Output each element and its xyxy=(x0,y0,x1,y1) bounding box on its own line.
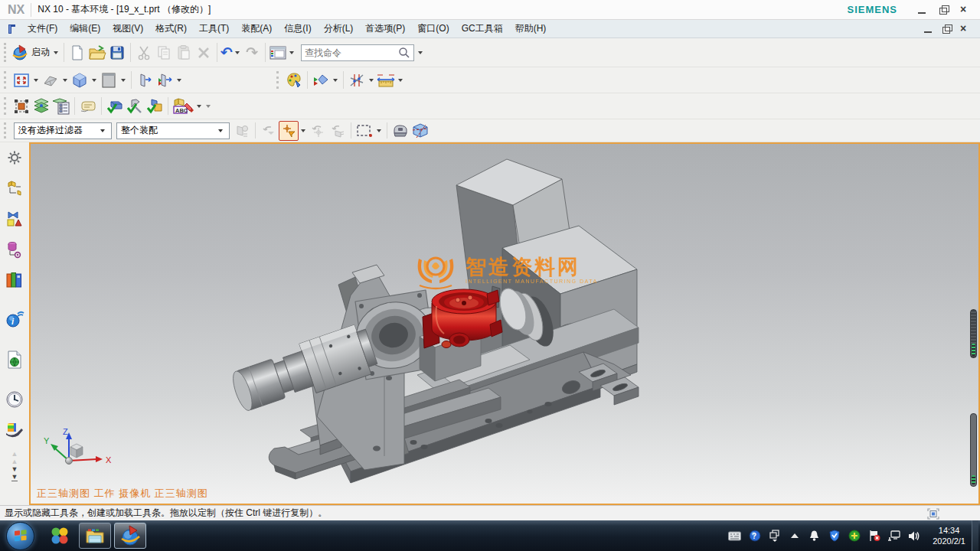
related-selection-button[interactable] xyxy=(328,121,348,141)
menu-tools[interactable]: 工具(T) xyxy=(193,21,235,37)
menu-gc-toolbox[interactable]: GC工具箱 xyxy=(456,21,509,37)
taskbar-clock[interactable]: 14:34 2020/2/1 xyxy=(933,525,965,546)
chevron-down-icon[interactable] xyxy=(177,79,181,82)
volume-speaker-icon[interactable] xyxy=(907,530,920,543)
clip-slider-upper[interactable] xyxy=(970,309,977,358)
selection-filter-dropdown[interactable]: 没有选择过滤器 xyxy=(14,122,112,139)
move-component-button[interactable] xyxy=(11,97,31,116)
toolbar-grip[interactable] xyxy=(4,71,8,89)
undo-button[interactable]: ↶ xyxy=(220,43,242,63)
selection-scope-dropdown[interactable]: 整个装配 xyxy=(116,122,230,139)
resource-scroll-up2[interactable]: ▲ xyxy=(11,458,18,465)
resource-options-button[interactable] xyxy=(4,147,25,168)
layer-visible-button[interactable] xyxy=(31,97,51,116)
3d-model-canvas[interactable]: Z Y X xyxy=(31,144,978,504)
new-file-button[interactable] xyxy=(67,43,87,63)
select-in-group-button[interactable] xyxy=(232,121,252,141)
datum-display-button[interactable] xyxy=(41,71,60,90)
menu-format[interactable]: 格式(R) xyxy=(149,21,193,37)
snap-point-button[interactable] xyxy=(347,71,367,90)
toolbar-grip[interactable] xyxy=(4,43,8,63)
search-options-caret[interactable] xyxy=(418,51,423,54)
chevron-down-icon[interactable] xyxy=(197,105,201,108)
security-shield-icon[interactable] xyxy=(828,530,841,543)
open-file-button[interactable] xyxy=(87,43,107,63)
snap-solid-button[interactable] xyxy=(390,121,410,141)
menu-file[interactable]: 文件(F) xyxy=(21,21,64,37)
roles-tab[interactable] xyxy=(4,419,25,441)
search-icon[interactable] xyxy=(398,47,410,59)
save-button[interactable] xyxy=(107,43,127,63)
copy-button[interactable] xyxy=(154,43,174,63)
constraint-navigator-tab[interactable] xyxy=(4,208,25,230)
chevron-down-icon[interactable] xyxy=(369,79,374,82)
measure-button[interactable] xyxy=(376,71,396,90)
taskbar-explorer[interactable] xyxy=(79,523,111,549)
chevron-down-icon[interactable] xyxy=(34,79,38,82)
rectangle-select-button[interactable] xyxy=(354,121,374,141)
chevron-down-icon[interactable] xyxy=(121,79,126,82)
menu-analysis[interactable]: 分析(L) xyxy=(318,21,360,37)
assembly-navigator-tab[interactable] xyxy=(4,178,25,199)
assembly-name-button[interactable]: ABC xyxy=(172,97,194,116)
toolbar-grip[interactable] xyxy=(276,71,280,89)
toolbar-grip[interactable] xyxy=(4,97,8,115)
ime-keyboard-icon[interactable] xyxy=(728,530,741,543)
taskbar-nx[interactable] xyxy=(114,523,146,549)
view-orient-button[interactable] xyxy=(311,71,331,90)
menu-edit[interactable]: 编辑(E) xyxy=(64,21,106,37)
web-browser-tab[interactable]: i xyxy=(4,309,25,331)
clip-slider-lower[interactable] xyxy=(970,413,977,487)
child-minimize-button[interactable] xyxy=(923,24,934,34)
network-icon[interactable] xyxy=(887,530,900,543)
edit-section-button[interactable] xyxy=(155,71,175,90)
check-clearance-button[interactable] xyxy=(105,97,125,116)
window-layout-button[interactable] xyxy=(269,43,296,63)
rotate-selection-button[interactable] xyxy=(308,121,328,141)
menu-information[interactable]: 信息(I) xyxy=(278,21,317,37)
toolbar-options-caret[interactable] xyxy=(206,105,211,108)
start-button[interactable] xyxy=(6,522,34,550)
chevron-down-icon[interactable] xyxy=(63,79,67,82)
layer-settings-button[interactable] xyxy=(51,97,71,116)
chevron-down-icon[interactable] xyxy=(301,129,305,132)
redo-button[interactable]: ↷ xyxy=(242,43,262,63)
child-restore-button[interactable] xyxy=(942,24,952,34)
annotation-note-button[interactable] xyxy=(78,97,98,116)
fit-view-button[interactable] xyxy=(11,71,31,90)
antivirus-green-icon[interactable] xyxy=(848,530,861,543)
part-navigator-tab[interactable] xyxy=(4,239,25,260)
notification-bell-icon[interactable] xyxy=(808,530,821,543)
clip-section-button[interactable] xyxy=(135,71,155,90)
delete-button[interactable] xyxy=(194,43,214,63)
check-tool-button[interactable] xyxy=(125,97,145,116)
cut-button[interactable] xyxy=(134,43,154,63)
show-shaded-cube-button[interactable] xyxy=(410,121,430,141)
graphics-viewport[interactable]: Z Y X 智造资料网 INTELLIGENT M xyxy=(29,142,980,505)
resource-pin[interactable]: ▼ xyxy=(11,473,18,481)
window-stack-tray-icon[interactable] xyxy=(768,530,781,543)
resource-scroll-up[interactable]: ▲ xyxy=(11,450,18,458)
previous-selection-button[interactable] xyxy=(259,121,279,141)
start-menu-button[interactable]: 启动 xyxy=(11,43,60,63)
help-tray-icon[interactable]: ? xyxy=(748,530,761,543)
toolbar-grip[interactable] xyxy=(4,122,8,138)
chevron-down-icon[interactable] xyxy=(398,79,403,82)
taskbar-app-colorballs[interactable] xyxy=(44,523,76,549)
menu-preferences[interactable]: 首选项(P) xyxy=(359,21,411,37)
status-fit-button[interactable] xyxy=(926,507,940,520)
menu-assemblies[interactable]: 装配(A) xyxy=(235,21,278,37)
reuse-library-tab[interactable] xyxy=(4,269,25,291)
minimize-button[interactable] xyxy=(917,5,928,15)
command-search-input[interactable] xyxy=(305,47,398,58)
hd3d-tools-tab[interactable] xyxy=(4,349,25,370)
show-hidden-icons[interactable] xyxy=(788,530,801,543)
show-desktop-button[interactable] xyxy=(972,520,978,551)
history-tab[interactable] xyxy=(4,389,25,410)
highlighted-filter-button[interactable] xyxy=(279,121,299,141)
menu-view[interactable]: 视图(V) xyxy=(106,21,149,37)
resource-more[interactable]: ▼ xyxy=(11,465,18,473)
chevron-down-icon[interactable] xyxy=(92,79,96,82)
check-assembly-button[interactable] xyxy=(145,97,165,116)
action-center-flag-icon[interactable] xyxy=(867,530,880,543)
